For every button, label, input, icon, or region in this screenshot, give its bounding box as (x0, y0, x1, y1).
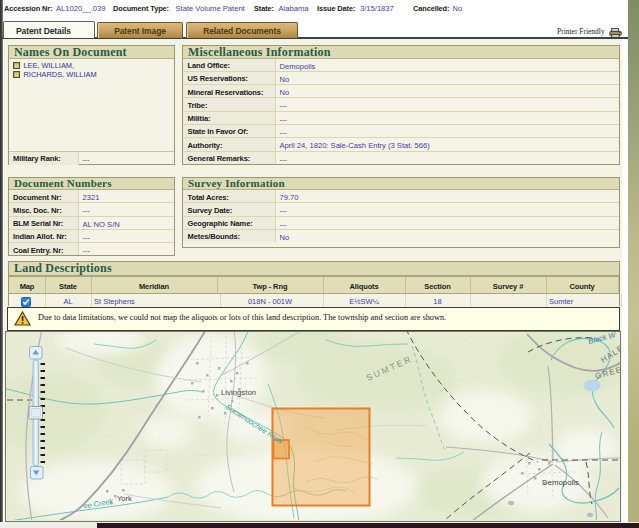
svg-text:Livingston: Livingston (221, 388, 256, 397)
svg-text:York: York (117, 494, 132, 503)
svg-text:Demopolis: Demopolis (542, 478, 579, 487)
